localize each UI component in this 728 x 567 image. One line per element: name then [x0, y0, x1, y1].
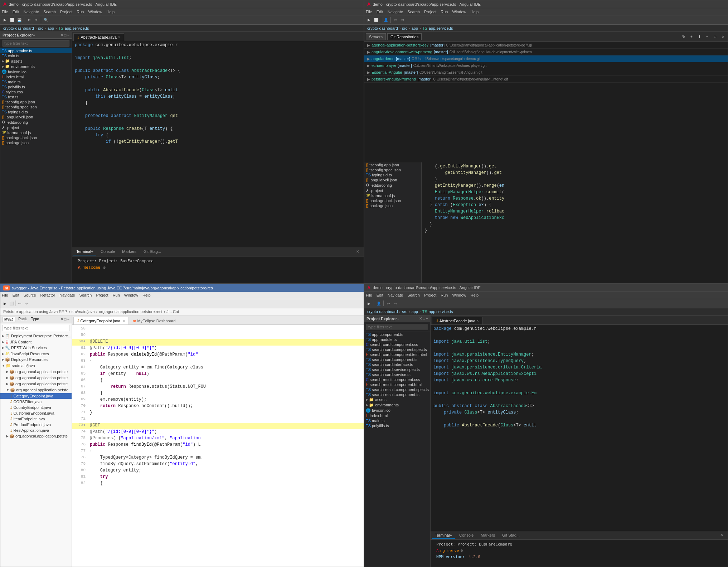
tree-item-br-searchresulthtml[interactable]: H search-result.component.html: [364, 382, 430, 387]
toolbar-br-btn3[interactable]: ⇦: [385, 300, 392, 307]
git-repo-primeng[interactable]: ▶ angular-development-with-primeng [mast…: [364, 49, 728, 55]
tree-item-tr-packagejson[interactable]: {} package.json: [364, 203, 421, 208]
tree-item-pkg2[interactable]: ▶ 📦 org.agoncal.application.petste: [0, 375, 72, 381]
menu-project-tr[interactable]: Project: [424, 10, 436, 14]
tree-item-br-searchresultcss[interactable]: C search-result.component.css: [364, 377, 430, 382]
breadcrumb-file[interactable]: app.service.ts: [65, 26, 89, 30]
editor-content-br[interactable]: package com.genuitec.webclipse.example.r…: [431, 325, 728, 531]
sidebar-search-bl[interactable]: [0, 323, 72, 333]
sidebar-tab-type[interactable]: Type: [29, 317, 40, 322]
git-btn-maximize[interactable]: □: [712, 34, 718, 40]
tree-item-tr-angularcli[interactable]: {} .angular-cli.json: [364, 177, 421, 182]
tree-item-br-searchcardtest[interactable]: H search-card.component.test.html: [364, 352, 430, 357]
tree-item-karmajs[interactable]: JS karma.conf.js: [0, 130, 72, 135]
sidebar-tab-myec[interactable]: MyEc: [3, 317, 15, 322]
editor-tab-myeclipsedashboard[interactable]: m MyEclipse Dashboard: [129, 317, 180, 324]
bc-petstore[interactable]: Petstore application using Java EE 7: [3, 309, 67, 314]
terminal-tab-br-console[interactable]: Console: [456, 532, 476, 539]
toolbar-btn-1[interactable]: ▶: [2, 17, 8, 23]
editor-tab-abstractfacade-br[interactable]: J AbstractFacade.java ×: [432, 317, 483, 324]
menu-window-tr[interactable]: Window: [452, 10, 466, 14]
tree-item-project[interactable]: ✗ .project: [0, 125, 72, 130]
tree-item-br-searchcardcss[interactable]: C search-card.component.css: [364, 342, 430, 347]
editor-tab-abstractfacade-tl[interactable]: J AbstractFacade.java ×: [73, 33, 124, 41]
menu-edit-bl[interactable]: Edit: [13, 293, 19, 297]
menu-run-bl[interactable]: Run: [113, 293, 120, 297]
menu-source-bl[interactable]: Source: [24, 293, 36, 297]
tree-item-countryendpoint[interactable]: J CountryEndpoint.java: [0, 405, 72, 410]
git-repo-essential[interactable]: ▶ Essential-Angular [master] C:\Users\Br…: [364, 69, 728, 76]
menu-navigate-bl[interactable]: Navigate: [59, 293, 75, 297]
menu-file-tl[interactable]: File: [2, 10, 8, 14]
tree-item-polyfills[interactable]: TS polyfills.ts: [0, 84, 72, 89]
bc-src-br[interactable]: src: [402, 309, 407, 314]
bc-cat[interactable]: J... Cat: [166, 309, 179, 314]
tree-item-tr-karma[interactable]: JS karma.conf.js: [364, 193, 421, 198]
tree-item-jsres[interactable]: ▶ JS JavaScript Resources: [0, 351, 72, 357]
tree-item-favicon[interactable]: 🌐 favicon.ico: [0, 69, 72, 74]
tree-item-categoryendpoint[interactable]: J CategoryEndpoint.java: [0, 393, 72, 399]
tree-item-customerendpoint[interactable]: J CustomerEndpoint.java: [0, 410, 72, 416]
terminal-tab-br-close[interactable]: ✕: [717, 532, 726, 539]
terminal-tab-br-terminal[interactable]: Terminal+: [432, 532, 455, 539]
menu-window-bl[interactable]: Window: [124, 293, 138, 297]
menu-run-br[interactable]: Run: [441, 293, 448, 297]
menubar-tr[interactable]: File Edit Navigate Search Project Run Wi…: [364, 8, 728, 15]
git-repo-angulardemo[interactable]: ▶ angulardemo [master] C:\Users\Brian\wo…: [364, 55, 728, 62]
tree-item-br-assets[interactable]: ▶ 📁 assets: [364, 397, 430, 402]
bc-file-br[interactable]: app.service.ts: [429, 309, 453, 314]
editor-content-tr-bottom[interactable]: (.getEntityManager().get getEntityManage…: [422, 162, 728, 283]
sidebar-search-tl[interactable]: [0, 39, 72, 48]
tree-item-maints[interactable]: TS main.ts: [0, 79, 72, 84]
tree-item-packagejson[interactable]: {} package.json: [0, 140, 72, 145]
tree-item-productendpoint[interactable]: J ProductEndpoint.java: [0, 422, 72, 427]
toolbar-btn-tr1[interactable]: ▶: [366, 17, 372, 23]
tree-item-angularcli[interactable]: {} .angular-cli.json: [0, 114, 72, 119]
tree-item-tr-project[interactable]: ✗ .project: [364, 188, 421, 193]
menu-navigate-tr[interactable]: Navigate: [388, 10, 403, 14]
bc-src[interactable]: src/main/java: [72, 309, 95, 314]
menu-search-br[interactable]: Search: [407, 293, 420, 297]
tree-item-itemendpoint[interactable]: J ItemEndpoint.java: [0, 416, 72, 422]
git-btn-add[interactable]: +: [688, 34, 695, 40]
menu-project-tl[interactable]: Project: [60, 10, 72, 14]
tree-item-br-searchresultts[interactable]: TS search-result.component.ts: [364, 392, 430, 397]
menu-edit-br[interactable]: Edit: [377, 293, 383, 297]
toolbar-bl-btn4[interactable]: ⇨: [23, 300, 29, 307]
tree-item-tr-typings[interactable]: TS typings.d.ts: [364, 172, 421, 177]
bc-app-br[interactable]: app: [412, 309, 418, 314]
bc-proj-br[interactable]: crypto-dashboard: [367, 309, 398, 314]
terminal-tab-close[interactable]: ✕: [353, 248, 362, 256]
tree-item-br-searchcardts[interactable]: TS search-card.component.ts: [364, 357, 430, 362]
tree-item-br-favicon[interactable]: 🌐 favicon.ico: [364, 408, 430, 413]
bc-pkg[interactable]: org.agoncal.application.petstore.rest: [99, 309, 162, 314]
menu-help-bl[interactable]: Help: [142, 293, 151, 297]
tree-item-br-index[interactable]: H index.html: [364, 413, 430, 418]
tree-item-br-searchcardservice[interactable]: TS search-card.service.ts: [364, 372, 430, 377]
toolbar-br-btn4[interactable]: ⇨: [392, 300, 399, 307]
menu-window-br[interactable]: Window: [452, 293, 466, 297]
terminal-tab-br-markers[interactable]: Markers: [478, 532, 498, 539]
git-tab-servers[interactable]: Servers: [366, 33, 386, 40]
menu-run-tl[interactable]: Run: [77, 10, 84, 14]
tree-item-coin[interactable]: TS coin.ts: [0, 53, 72, 58]
editor-tab-categoryendpoint[interactable]: J CategoryEndpoint.java ×: [73, 317, 129, 324]
tree-item-jpa[interactable]: ▶ 🗄 JPA Content: [0, 339, 72, 345]
terminal-tab-console[interactable]: Console: [98, 248, 118, 255]
terminal-tab-br-gitstage[interactable]: Git Stag...: [499, 532, 523, 539]
toolbar-btn-tr4[interactable]: ⇨: [399, 17, 406, 23]
terminal-tab-gitstage[interactable]: Git Stag...: [141, 248, 164, 255]
breadcrumb-proj-tr[interactable]: crypto-dashboard: [367, 26, 398, 30]
menu-edit-tr[interactable]: Edit: [377, 10, 383, 14]
tree-item-tr-packagelock[interactable]: {} package-lock.json: [364, 198, 421, 203]
menu-project-bl[interactable]: Project: [96, 293, 108, 297]
toolbar-br-profile[interactable]: 👤: [375, 300, 382, 307]
tree-item-br-environments[interactable]: ▶ 📁 environments: [364, 402, 430, 408]
toolbar-btn-5[interactable]: ⇨: [33, 17, 39, 23]
tree-item-dd[interactable]: ▶ 📋 Deployment Descriptor: Petstore...: [0, 333, 72, 339]
menu-refactor-bl[interactable]: Refactor: [40, 293, 55, 297]
git-repo-petstoreangular[interactable]: ▶ petstore-angular-frontend [master] C:\…: [364, 76, 728, 83]
tree-item-br-searchcardservicespec[interactable]: TS search-card.service.spec.ts: [364, 367, 430, 372]
tree-item-rest[interactable]: ▶ 🔧 REST Web Services: [0, 345, 72, 351]
toolbar-btn-search[interactable]: 🔍: [43, 17, 49, 23]
